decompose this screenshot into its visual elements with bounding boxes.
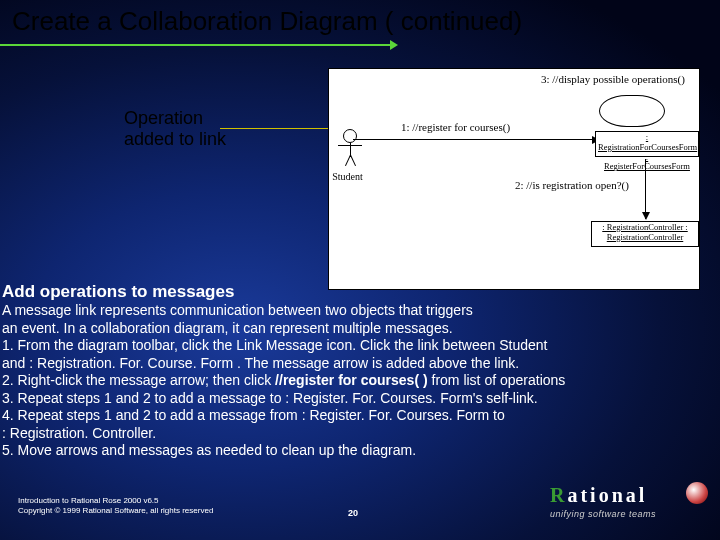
- registration-form-box: : RegistrationForCoursesForm : RegisterF…: [595, 131, 699, 157]
- body-text: A message link represents communication …: [2, 302, 720, 460]
- page-title: Create a Collaboration Diagram ( continu…: [12, 6, 522, 37]
- self-link-oval: [599, 95, 665, 127]
- body-step2b: //register for courses( ): [275, 372, 428, 388]
- body-p1: A message link represents communication …: [2, 302, 473, 318]
- annotation-connector: [220, 128, 330, 129]
- link-arrow-2: [645, 159, 646, 219]
- actor-icon: [343, 129, 357, 157]
- body-step4a: 4. Repeat steps 1 and 2 to add a message…: [2, 407, 505, 423]
- message-1-label: 1: //register for courses(): [401, 121, 510, 133]
- registration-controller-box: : RegistrationController : RegistrationC…: [591, 221, 699, 247]
- page-number: 20: [348, 508, 358, 518]
- logo-text: Rational: [550, 484, 706, 507]
- logo-tagline: unifying software teams: [550, 509, 706, 519]
- slide: Create a Collaboration Diagram ( continu…: [0, 0, 720, 540]
- body-p2: an event. In a collaboration diagram, it…: [2, 320, 453, 336]
- section-heading: Add operations to messages: [2, 282, 234, 302]
- box1-line2: RegisterForCoursesForm: [604, 161, 690, 171]
- actor-label: : Student: [328, 171, 363, 182]
- title-underline-arrow: [0, 44, 390, 46]
- collaboration-diagram: 3: //display possible operations() 1: //…: [328, 68, 700, 290]
- body-step3: 3. Repeat steps 1 and 2 to add a message…: [2, 390, 538, 406]
- message-3-label: 3: //display possible operations(): [541, 73, 685, 85]
- message-2-label: 2: //is registration open?(): [515, 179, 629, 191]
- footer-line1: Introduction to Rational Rose 2000 v6.5: [18, 496, 159, 505]
- body-step4b: : Registration. Controller.: [2, 425, 156, 441]
- rational-logo: Rational unifying software teams: [550, 484, 706, 526]
- footer-line2: Copyright © 1999 Rational Software, all …: [18, 506, 213, 515]
- link-arrow-1: [353, 139, 599, 140]
- body-step1a: 1. From the diagram toolbar, click the L…: [2, 337, 548, 353]
- body-step2a: 2. Right-click the message arrow; then c…: [2, 372, 275, 388]
- logo-word: ational: [567, 484, 647, 506]
- body-step1b: and : Registration. For. Course. Form . …: [2, 355, 519, 371]
- operation-annotation: Operation added to link: [124, 108, 226, 149]
- body-step5: 5. Move arrows and messages as needed to…: [2, 442, 416, 458]
- box1-line1: : RegistrationForCoursesForm :: [598, 132, 697, 162]
- body-step2c: from list of operations: [428, 372, 566, 388]
- annot-line1: Operation: [124, 108, 226, 129]
- annot-line2: added to link: [124, 129, 226, 150]
- box2-line1: : RegistrationController :: [602, 222, 687, 232]
- box2-line2: RegistrationController: [607, 232, 684, 242]
- logo-sphere-icon: [686, 482, 708, 504]
- footer-copyright: Introduction to Rational Rose 2000 v6.5 …: [18, 496, 213, 516]
